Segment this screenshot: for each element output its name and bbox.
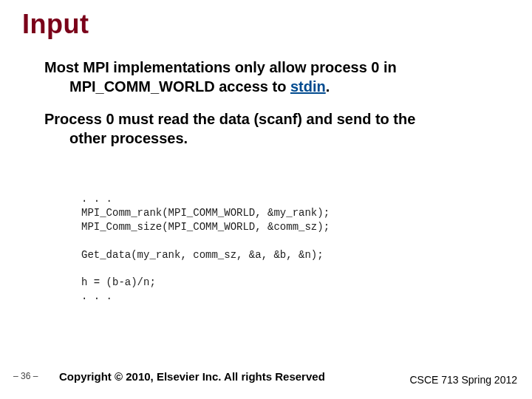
code-l8: . . . bbox=[81, 290, 112, 302]
slide: Input Most MPI implementations only allo… bbox=[0, 0, 532, 399]
bullet-1-line1: Most MPI implementations only allow proc… bbox=[44, 59, 397, 75]
code-l7: h = (b-a)/n; bbox=[81, 276, 156, 288]
code-l3: MPI_Comm_size(MPI_COMM_WORLD, &comm_sz); bbox=[81, 221, 330, 233]
bullet-2-line2: other processes. bbox=[69, 129, 510, 148]
copyright-text: Copyright © 2010, Elsevier Inc. All righ… bbox=[59, 370, 325, 383]
bullet-2: Process 0 must read the data (scanf) and… bbox=[44, 109, 510, 148]
page-number: – 36 – bbox=[13, 371, 38, 381]
bullet-2-line1: Process 0 must read the data (scanf) and… bbox=[44, 111, 415, 127]
code-l1: . . . bbox=[81, 193, 112, 205]
stdin-keyword: stdin bbox=[290, 78, 326, 95]
slide-body: Most MPI implementations only allow proc… bbox=[44, 58, 510, 161]
code-l5: Get_data(my_rank, comm_sz, &a, &b, &n); bbox=[81, 249, 324, 261]
bullet-1-line2: MPI_COMM_WORLD access to stdin. bbox=[69, 77, 510, 96]
slide-title: Input bbox=[22, 9, 89, 40]
code-l2: MPI_Comm_rank(MPI_COMM_WORLD, &my_rank); bbox=[81, 207, 330, 219]
code-block: . . . MPI_Comm_rank(MPI_COMM_WORLD, &my_… bbox=[81, 192, 330, 304]
footer: – 36 – Copyright © 2010, Elsevier Inc. A… bbox=[0, 364, 532, 386]
bullet-1-line2-pre: MPI_COMM_WORLD access to bbox=[69, 78, 290, 95]
bullet-1: Most MPI implementations only allow proc… bbox=[44, 58, 510, 96]
course-label: CSCE 713 Spring 2012 bbox=[409, 374, 517, 386]
bullet-1-line2-post: . bbox=[326, 78, 330, 95]
